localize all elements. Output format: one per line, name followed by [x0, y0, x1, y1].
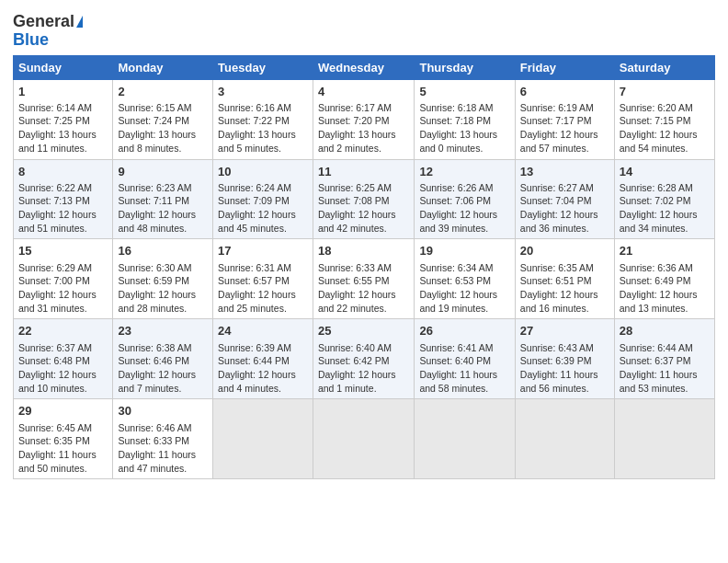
cell-text: and 13 minutes. — [620, 302, 710, 316]
cell-text: Daylight: 12 hours — [520, 288, 609, 302]
cell-text: Daylight: 12 hours — [520, 128, 609, 142]
cell-text: and 54 minutes. — [620, 142, 710, 155]
day-number: 23 — [118, 323, 208, 339]
cell-text: Sunrise: 6:31 AM — [218, 261, 308, 275]
cell-text: Sunset: 6:35 PM — [18, 434, 108, 448]
calendar-cell: 1Sunrise: 6:14 AMSunset: 7:25 PMDaylight… — [14, 79, 113, 159]
cell-text: Sunset: 7:20 PM — [318, 114, 410, 128]
cell-text: Sunrise: 6:35 AM — [520, 261, 609, 275]
cell-text: Sunset: 7:04 PM — [520, 194, 609, 208]
cell-text: Sunset: 7:02 PM — [620, 194, 710, 208]
day-number: 4 — [318, 84, 410, 100]
week-row-3: 15Sunrise: 6:29 AMSunset: 7:00 PMDayligh… — [14, 239, 715, 319]
day-number: 11 — [318, 164, 410, 180]
cell-text: Daylight: 11 hours — [419, 368, 509, 382]
cell-text: Sunset: 6:59 PM — [118, 274, 208, 288]
cell-text: Sunrise: 6:14 AM — [18, 101, 108, 115]
cell-text: and 48 minutes. — [118, 222, 208, 236]
page-container: General Blue SundayMondayTuesdayWednesda… — [0, 0, 728, 488]
cell-text: Sunset: 6:51 PM — [520, 274, 609, 288]
cell-text: Daylight: 12 hours — [318, 368, 410, 382]
calendar-cell: 23Sunrise: 6:38 AMSunset: 6:46 PMDayligh… — [113, 319, 213, 399]
day-number: 26 — [419, 323, 509, 339]
cell-text: Sunset: 6:55 PM — [318, 274, 410, 288]
cell-text: Daylight: 12 hours — [620, 208, 710, 222]
day-number: 17 — [218, 243, 308, 259]
cell-text: and 0 minutes. — [419, 142, 509, 155]
calendar-cell: 24Sunrise: 6:39 AMSunset: 6:44 PMDayligh… — [213, 319, 313, 399]
calendar-cell: 2Sunrise: 6:15 AMSunset: 7:24 PMDaylight… — [113, 79, 213, 159]
day-number: 12 — [419, 164, 509, 180]
cell-text: Sunset: 6:42 PM — [318, 354, 410, 368]
cell-text: and 19 minutes. — [419, 302, 509, 316]
cell-text: Sunset: 7:08 PM — [318, 194, 410, 208]
day-number: 28 — [620, 323, 710, 339]
cell-text: Sunset: 6:53 PM — [419, 274, 509, 288]
cell-text: and 31 minutes. — [18, 302, 108, 316]
calendar-cell: 7Sunrise: 6:20 AMSunset: 7:15 PMDaylight… — [614, 79, 714, 159]
cell-text: Daylight: 12 hours — [218, 368, 308, 382]
cell-text: Sunrise: 6:17 AM — [318, 101, 410, 115]
calendar-cell: 6Sunrise: 6:19 AMSunset: 7:17 PMDaylight… — [515, 79, 614, 159]
cell-text: Sunrise: 6:26 AM — [419, 181, 509, 195]
cell-text: and 1 minute. — [318, 382, 410, 396]
day-number: 9 — [118, 164, 208, 180]
header-row-days: SundayMondayTuesdayWednesdayThursdayFrid… — [14, 55, 715, 79]
cell-text: Daylight: 12 hours — [419, 288, 509, 302]
cell-text: Sunset: 7:18 PM — [419, 114, 509, 128]
cell-text: Daylight: 12 hours — [218, 288, 308, 302]
header-day-friday: Friday — [515, 55, 614, 79]
cell-text: Sunrise: 6:40 AM — [318, 341, 410, 355]
cell-text: and 2 minutes. — [318, 142, 410, 155]
cell-text: and 39 minutes. — [419, 222, 509, 236]
calendar-cell: 26Sunrise: 6:41 AMSunset: 6:40 PMDayligh… — [415, 319, 515, 399]
cell-text: Daylight: 13 hours — [118, 128, 208, 142]
cell-text: Daylight: 13 hours — [318, 128, 410, 142]
cell-text: Sunset: 7:11 PM — [118, 194, 208, 208]
calendar-cell: 4Sunrise: 6:17 AMSunset: 7:20 PMDaylight… — [313, 79, 415, 159]
cell-text: Sunrise: 6:22 AM — [18, 181, 108, 195]
cell-text: Daylight: 12 hours — [18, 208, 108, 222]
cell-text: and 28 minutes. — [118, 302, 208, 316]
cell-text: Sunset: 6:40 PM — [419, 354, 509, 368]
logo-blue: Blue — [13, 31, 49, 50]
cell-text: Sunrise: 6:33 AM — [318, 261, 410, 275]
cell-text: and 50 minutes. — [18, 462, 108, 476]
cell-text: Sunrise: 6:30 AM — [118, 261, 208, 275]
cell-text: Sunset: 6:44 PM — [218, 354, 308, 368]
cell-text: Sunrise: 6:25 AM — [318, 181, 410, 195]
cell-text: and 51 minutes. — [18, 222, 108, 236]
cell-text: Sunset: 6:57 PM — [218, 274, 308, 288]
cell-text: Daylight: 11 hours — [620, 368, 710, 382]
day-number: 10 — [218, 164, 308, 180]
day-number: 3 — [218, 84, 308, 100]
cell-text: and 58 minutes. — [419, 382, 509, 396]
header-day-wednesday: Wednesday — [313, 55, 415, 79]
calendar-cell — [614, 399, 714, 479]
cell-text: Sunset: 7:00 PM — [18, 274, 108, 288]
cell-text: Sunrise: 6:19 AM — [520, 101, 609, 115]
cell-text: Sunrise: 6:15 AM — [118, 101, 208, 115]
calendar-cell: 11Sunrise: 6:25 AMSunset: 7:08 PMDayligh… — [313, 159, 415, 239]
calendar-cell — [515, 399, 614, 479]
cell-text: Daylight: 12 hours — [18, 288, 108, 302]
calendar-cell — [313, 399, 415, 479]
cell-text: and 47 minutes. — [118, 462, 208, 476]
day-number: 18 — [318, 243, 410, 259]
cell-text: and 36 minutes. — [520, 222, 609, 236]
cell-text: Sunset: 7:22 PM — [218, 114, 308, 128]
cell-text: Sunrise: 6:36 AM — [620, 261, 710, 275]
day-number: 25 — [318, 323, 410, 339]
cell-text: and 45 minutes. — [218, 222, 308, 236]
cell-text: Sunrise: 6:34 AM — [419, 261, 509, 275]
cell-text: Sunset: 7:15 PM — [620, 114, 710, 128]
header-day-thursday: Thursday — [415, 55, 515, 79]
cell-text: and 25 minutes. — [218, 302, 308, 316]
day-number: 21 — [620, 243, 710, 259]
cell-text: Sunrise: 6:29 AM — [18, 261, 108, 275]
calendar-cell — [415, 399, 515, 479]
cell-text: and 34 minutes. — [620, 222, 710, 236]
day-number: 29 — [18, 403, 108, 419]
cell-text: Sunrise: 6:38 AM — [118, 341, 208, 355]
cell-text: Sunset: 7:25 PM — [18, 114, 108, 128]
